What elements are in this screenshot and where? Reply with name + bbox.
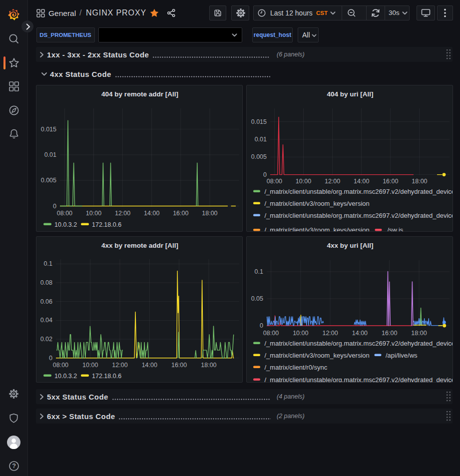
svg-text:0: 0 (53, 203, 56, 210)
svg-text:18:00: 18:00 (411, 330, 427, 337)
svg-text:10:00: 10:00 (293, 330, 308, 337)
svg-text:0.02: 0.02 (40, 336, 52, 343)
svg-text:14:00: 14:00 (354, 178, 369, 185)
svg-text:16:00: 16:00 (383, 178, 398, 185)
svg-text:0.015: 0.015 (251, 118, 267, 125)
svg-text:10:00: 10:00 (82, 362, 98, 369)
svg-text:14:00: 14:00 (142, 362, 157, 369)
svg-text:/_matrix/client/unstable/org.m: /_matrix/client/unstable/org.matrix.msc2… (265, 376, 454, 383)
svg-text:/_matrix/client/v3/room_keys/v: /_matrix/client/v3/room_keys/version (265, 226, 370, 232)
svg-text:12:00: 12:00 (112, 362, 127, 369)
svg-text:0: 0 (263, 171, 267, 178)
svg-text:/_matrix/client/v3/room_keys/v: /_matrix/client/v3/room_keys/version (265, 200, 370, 207)
svg-text:0.08: 0.08 (40, 279, 52, 286)
svg-text:/sw.js: /sw.js (388, 226, 404, 232)
svg-text:/_matrix/client/unstable/org.m: /_matrix/client/unstable/org.matrix.msc2… (265, 212, 454, 219)
svg-text:0.04: 0.04 (40, 317, 52, 324)
svg-text:14:00: 14:00 (352, 330, 368, 337)
svg-text:4xx by remote addr [All]: 4xx by remote addr [All] (101, 242, 178, 249)
svg-text:/_matrix/client/r0/sync: /_matrix/client/r0/sync (265, 364, 328, 371)
svg-text:12:00: 12:00 (325, 178, 340, 185)
svg-text:0.05: 0.05 (251, 295, 263, 302)
svg-text:08:00: 08:00 (53, 362, 68, 369)
svg-text:08:00: 08:00 (267, 178, 282, 185)
svg-text:0.01: 0.01 (44, 151, 56, 158)
svg-text:0.1: 0.1 (44, 260, 52, 267)
svg-text:10:00: 10:00 (296, 178, 311, 185)
svg-text:14:00: 14:00 (144, 210, 159, 217)
svg-text:/api/live/ws: /api/live/ws (386, 352, 418, 359)
svg-text:0.1: 0.1 (255, 268, 263, 275)
svg-text:/_matrix/client/v3/room_keys/v: /_matrix/client/v3/room_keys/version (265, 352, 370, 359)
svg-text:/_matrix/client/unstable/org.m: /_matrix/client/unstable/org.matrix.msc2… (265, 188, 454, 195)
svg-text:4xx by uri [All]: 4xx by uri [All] (327, 242, 373, 249)
svg-text:12:00: 12:00 (115, 210, 130, 217)
svg-text:0: 0 (49, 355, 52, 362)
svg-text:0.015: 0.015 (41, 126, 56, 133)
svg-text:172.18.0.6: 172.18.0.6 (92, 373, 121, 380)
svg-text:0.01: 0.01 (255, 136, 267, 143)
svg-text:18:00: 18:00 (412, 178, 427, 185)
svg-text:?: ? (12, 463, 16, 470)
svg-text:10:00: 10:00 (86, 210, 101, 217)
svg-text:18:00: 18:00 (202, 210, 217, 217)
svg-text:0: 0 (260, 322, 263, 329)
svg-text:10.0.3.2: 10.0.3.2 (54, 221, 77, 228)
svg-text:0.005: 0.005 (41, 177, 56, 184)
svg-text:16:00: 16:00 (171, 362, 187, 369)
svg-text:12:00: 12:00 (322, 330, 338, 337)
svg-text:18:00: 18:00 (201, 362, 216, 369)
svg-text:0.06: 0.06 (40, 298, 52, 305)
svg-text:08:00: 08:00 (263, 330, 279, 337)
svg-text:10.0.3.2: 10.0.3.2 (54, 373, 77, 380)
svg-text:404 by remote addr [All]: 404 by remote addr [All] (101, 90, 178, 98)
svg-text:172.18.0.6: 172.18.0.6 (92, 221, 121, 228)
svg-text:404 by uri [All]: 404 by uri [All] (327, 90, 373, 98)
svg-text:16:00: 16:00 (173, 210, 188, 217)
svg-text:0.005: 0.005 (251, 153, 267, 160)
svg-text:16:00: 16:00 (382, 330, 397, 337)
svg-text:/_matrix/client/unstable/org.m: /_matrix/client/unstable/org.matrix.msc2… (265, 340, 454, 347)
svg-text:08:00: 08:00 (57, 210, 72, 217)
